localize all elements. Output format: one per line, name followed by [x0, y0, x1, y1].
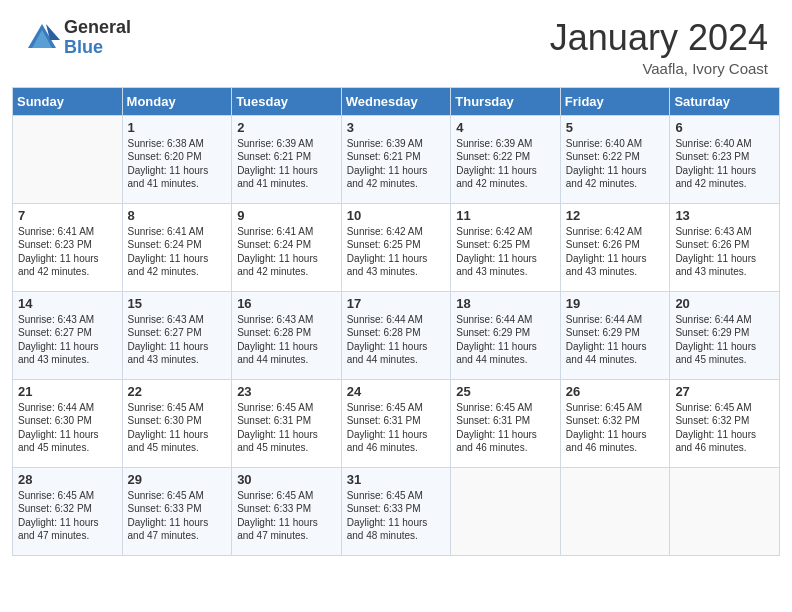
- week-row-4: 21Sunrise: 6:44 AMSunset: 6:30 PMDayligh…: [13, 379, 780, 467]
- day-number: 8: [128, 208, 227, 223]
- day-info: Sunrise: 6:43 AMSunset: 6:28 PMDaylight:…: [237, 313, 336, 367]
- calendar-cell: 13Sunrise: 6:43 AMSunset: 6:26 PMDayligh…: [670, 203, 780, 291]
- day-info: Sunrise: 6:39 AMSunset: 6:22 PMDaylight:…: [456, 137, 555, 191]
- day-info: Sunrise: 6:41 AMSunset: 6:24 PMDaylight:…: [237, 225, 336, 279]
- day-number: 25: [456, 384, 555, 399]
- month-title: January 2024: [550, 18, 768, 58]
- calendar-cell: [560, 467, 670, 555]
- day-info: Sunrise: 6:39 AMSunset: 6:21 PMDaylight:…: [237, 137, 336, 191]
- header: General Blue January 2024 Vaafla, Ivory …: [0, 0, 792, 87]
- day-number: 13: [675, 208, 774, 223]
- header-day-thursday: Thursday: [451, 87, 561, 115]
- day-number: 15: [128, 296, 227, 311]
- calendar-cell: 17Sunrise: 6:44 AMSunset: 6:28 PMDayligh…: [341, 291, 451, 379]
- day-number: 9: [237, 208, 336, 223]
- day-info: Sunrise: 6:42 AMSunset: 6:25 PMDaylight:…: [347, 225, 446, 279]
- week-row-2: 7Sunrise: 6:41 AMSunset: 6:23 PMDaylight…: [13, 203, 780, 291]
- calendar-cell: 19Sunrise: 6:44 AMSunset: 6:29 PMDayligh…: [560, 291, 670, 379]
- calendar-cell: 22Sunrise: 6:45 AMSunset: 6:30 PMDayligh…: [122, 379, 232, 467]
- day-number: 11: [456, 208, 555, 223]
- calendar-table: SundayMondayTuesdayWednesdayThursdayFrid…: [12, 87, 780, 556]
- logo-blue-text: Blue: [64, 38, 131, 58]
- header-day-wednesday: Wednesday: [341, 87, 451, 115]
- day-number: 27: [675, 384, 774, 399]
- day-number: 26: [566, 384, 665, 399]
- day-number: 20: [675, 296, 774, 311]
- day-info: Sunrise: 6:44 AMSunset: 6:29 PMDaylight:…: [566, 313, 665, 367]
- calendar-cell: 8Sunrise: 6:41 AMSunset: 6:24 PMDaylight…: [122, 203, 232, 291]
- calendar-cell: [13, 115, 123, 203]
- calendar-cell: 20Sunrise: 6:44 AMSunset: 6:29 PMDayligh…: [670, 291, 780, 379]
- day-info: Sunrise: 6:45 AMSunset: 6:31 PMDaylight:…: [347, 401, 446, 455]
- day-number: 21: [18, 384, 117, 399]
- calendar-cell: 6Sunrise: 6:40 AMSunset: 6:23 PMDaylight…: [670, 115, 780, 203]
- day-info: Sunrise: 6:44 AMSunset: 6:30 PMDaylight:…: [18, 401, 117, 455]
- day-info: Sunrise: 6:43 AMSunset: 6:27 PMDaylight:…: [128, 313, 227, 367]
- calendar-body: 1Sunrise: 6:38 AMSunset: 6:20 PMDaylight…: [13, 115, 780, 555]
- header-day-friday: Friday: [560, 87, 670, 115]
- day-info: Sunrise: 6:44 AMSunset: 6:29 PMDaylight:…: [675, 313, 774, 367]
- calendar-wrapper: SundayMondayTuesdayWednesdayThursdayFrid…: [0, 87, 792, 568]
- calendar-cell: 26Sunrise: 6:45 AMSunset: 6:32 PMDayligh…: [560, 379, 670, 467]
- calendar-cell: 23Sunrise: 6:45 AMSunset: 6:31 PMDayligh…: [232, 379, 342, 467]
- week-row-5: 28Sunrise: 6:45 AMSunset: 6:32 PMDayligh…: [13, 467, 780, 555]
- day-info: Sunrise: 6:45 AMSunset: 6:32 PMDaylight:…: [18, 489, 117, 543]
- page: General Blue January 2024 Vaafla, Ivory …: [0, 0, 792, 612]
- day-info: Sunrise: 6:41 AMSunset: 6:24 PMDaylight:…: [128, 225, 227, 279]
- day-info: Sunrise: 6:42 AMSunset: 6:25 PMDaylight:…: [456, 225, 555, 279]
- day-number: 5: [566, 120, 665, 135]
- calendar-cell: 2Sunrise: 6:39 AMSunset: 6:21 PMDaylight…: [232, 115, 342, 203]
- calendar-cell: 3Sunrise: 6:39 AMSunset: 6:21 PMDaylight…: [341, 115, 451, 203]
- day-number: 3: [347, 120, 446, 135]
- day-info: Sunrise: 6:44 AMSunset: 6:28 PMDaylight:…: [347, 313, 446, 367]
- day-number: 16: [237, 296, 336, 311]
- logo-text: General Blue: [64, 18, 131, 58]
- calendar-cell: 21Sunrise: 6:44 AMSunset: 6:30 PMDayligh…: [13, 379, 123, 467]
- day-number: 30: [237, 472, 336, 487]
- day-number: 19: [566, 296, 665, 311]
- day-info: Sunrise: 6:44 AMSunset: 6:29 PMDaylight:…: [456, 313, 555, 367]
- header-row: SundayMondayTuesdayWednesdayThursdayFrid…: [13, 87, 780, 115]
- week-row-1: 1Sunrise: 6:38 AMSunset: 6:20 PMDaylight…: [13, 115, 780, 203]
- calendar-cell: 16Sunrise: 6:43 AMSunset: 6:28 PMDayligh…: [232, 291, 342, 379]
- day-info: Sunrise: 6:39 AMSunset: 6:21 PMDaylight:…: [347, 137, 446, 191]
- calendar-cell: [451, 467, 561, 555]
- header-day-sunday: Sunday: [13, 87, 123, 115]
- day-info: Sunrise: 6:40 AMSunset: 6:23 PMDaylight:…: [675, 137, 774, 191]
- header-day-saturday: Saturday: [670, 87, 780, 115]
- day-number: 4: [456, 120, 555, 135]
- day-info: Sunrise: 6:45 AMSunset: 6:32 PMDaylight:…: [675, 401, 774, 455]
- header-day-monday: Monday: [122, 87, 232, 115]
- calendar-header: SundayMondayTuesdayWednesdayThursdayFrid…: [13, 87, 780, 115]
- day-number: 14: [18, 296, 117, 311]
- logo-general-text: General: [64, 18, 131, 38]
- logo: General Blue: [24, 18, 131, 58]
- calendar-cell: 10Sunrise: 6:42 AMSunset: 6:25 PMDayligh…: [341, 203, 451, 291]
- day-number: 12: [566, 208, 665, 223]
- calendar-cell: [670, 467, 780, 555]
- day-number: 23: [237, 384, 336, 399]
- calendar-cell: 28Sunrise: 6:45 AMSunset: 6:32 PMDayligh…: [13, 467, 123, 555]
- logo-icon: [24, 20, 60, 56]
- calendar-cell: 27Sunrise: 6:45 AMSunset: 6:32 PMDayligh…: [670, 379, 780, 467]
- day-number: 18: [456, 296, 555, 311]
- header-day-tuesday: Tuesday: [232, 87, 342, 115]
- day-info: Sunrise: 6:45 AMSunset: 6:31 PMDaylight:…: [456, 401, 555, 455]
- day-info: Sunrise: 6:45 AMSunset: 6:33 PMDaylight:…: [237, 489, 336, 543]
- day-number: 22: [128, 384, 227, 399]
- day-info: Sunrise: 6:43 AMSunset: 6:27 PMDaylight:…: [18, 313, 117, 367]
- day-info: Sunrise: 6:45 AMSunset: 6:33 PMDaylight:…: [347, 489, 446, 543]
- calendar-cell: 30Sunrise: 6:45 AMSunset: 6:33 PMDayligh…: [232, 467, 342, 555]
- day-info: Sunrise: 6:45 AMSunset: 6:32 PMDaylight:…: [566, 401, 665, 455]
- day-info: Sunrise: 6:45 AMSunset: 6:31 PMDaylight:…: [237, 401, 336, 455]
- calendar-cell: 12Sunrise: 6:42 AMSunset: 6:26 PMDayligh…: [560, 203, 670, 291]
- calendar-cell: 29Sunrise: 6:45 AMSunset: 6:33 PMDayligh…: [122, 467, 232, 555]
- calendar-cell: 1Sunrise: 6:38 AMSunset: 6:20 PMDaylight…: [122, 115, 232, 203]
- day-number: 1: [128, 120, 227, 135]
- location-subtitle: Vaafla, Ivory Coast: [550, 60, 768, 77]
- day-info: Sunrise: 6:45 AMSunset: 6:30 PMDaylight:…: [128, 401, 227, 455]
- day-number: 28: [18, 472, 117, 487]
- calendar-cell: 25Sunrise: 6:45 AMSunset: 6:31 PMDayligh…: [451, 379, 561, 467]
- day-number: 29: [128, 472, 227, 487]
- day-number: 17: [347, 296, 446, 311]
